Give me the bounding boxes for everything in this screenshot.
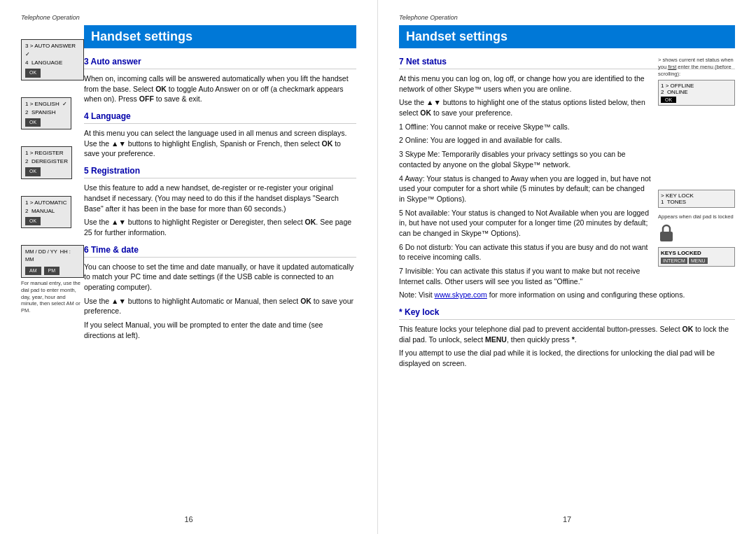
right-title: Handset settings [399,25,735,48]
time-text-1: You can choose to set the time and date … [84,262,356,293]
auto-answer-screen: 3 > AUTO ANSWER ✓ 4 LANGUAGE OK [21,39,84,80]
section-time-title: 6 Time & date [84,245,356,258]
am-button[interactable]: AM [25,267,41,276]
sidebar-caption: > shows current net status when you firs… [658,57,735,77]
section-language-title: 4 Language [84,111,356,124]
ok-button-3[interactable]: OK [25,167,41,176]
time-text-3: If you select Manual, you will be prompt… [84,320,356,340]
left-content: Handset settings 3 Auto answer When on, … [84,25,356,344]
registration-text-2: Use the ▲▼ buttons to highlight Register… [84,217,356,237]
section-registration-title: 5 Registration [84,166,356,178]
auto-answer-display: 3 > AUTO ANSWER ✓ 4 LANGUAGE OK [21,39,84,80]
language-screen: 1 > ENGLISH ✓ 2 SPANISH OK [21,97,71,130]
key-lock-caption: Appears when dial pad is locked [658,213,735,220]
left-page-number: 16 [184,515,192,524]
section-key-lock-title: * Key lock [399,307,735,320]
net-status-screen: 1 > OFFLINE 2 ONLINE OK [658,80,735,106]
skype-link[interactable]: www.skype.com [435,290,487,299]
datetime-screen: MM / DD / YY HH : MM AM PM For manual en… [21,245,84,314]
net-status-note: Note: Visit www.skype.com for more infor… [399,290,735,300]
language-display: 1 > ENGLISH ✓ 2 SPANISH OK [21,97,71,130]
left-title: Handset settings [84,25,356,48]
key-lock-text-2: If you attempt to use the dial pad while… [399,348,735,368]
left-page: Telephone Operation 3 > AUTO ANSWER ✓ 4 … [0,0,378,534]
ok-button-1[interactable]: OK [25,69,41,78]
svg-rect-0 [660,232,673,241]
ok-button-2[interactable]: OK [25,118,41,127]
registration-display: 1 > REGISTER 2 DEREGISTER OK [21,146,72,179]
right-header: Telephone Operation [399,14,735,21]
left-sidebar: 3 > AUTO ANSWER ✓ 4 LANGUAGE OK 1 > ENGL… [21,25,84,344]
auto-answer-text: When on, incoming calls will be answered… [84,73,356,104]
left-header: Telephone Operation [21,14,356,21]
right-page: Telephone Operation Handset settings > s… [378,0,756,534]
datetime-display: MM / DD / YY HH : MM AM PM [21,245,84,278]
keys-locked-screen: KEYS LOCKED INTERCM MENU [658,247,735,267]
padlock-icon [658,223,735,244]
language-text: At this menu you can select the language… [84,128,356,159]
registration-screen: 1 > REGISTER 2 DEREGISTER OK [21,146,72,179]
time-text-2: Use the ▲▼ buttons to highlight Automati… [84,296,356,316]
key-lock-screen: > KEY LOCK 1 TONES [658,190,735,208]
key-lock-text-1: This feature locks your telephone dial p… [399,324,735,344]
datetime-caption: For manual entry, use the dial pad to en… [21,280,80,314]
section-auto-answer-title: 3 Auto answer [84,57,356,69]
pm-button[interactable]: PM [44,267,60,276]
automatic-display: 1 > AUTOMATIC 2 MANUAL OK [21,196,71,229]
registration-text-1: Use this feature to add a new handset, d… [84,183,356,213]
right-page-number: 17 [563,515,571,524]
key-lock-sidebar: > KEY LOCK 1 TONES Appears when dial pad… [658,190,735,267]
automatic-screen: 1 > AUTOMATIC 2 MANUAL OK [21,196,71,229]
ok-button-4[interactable]: OK [25,217,41,226]
right-sidebar: > shows current net status when you firs… [658,57,735,272]
